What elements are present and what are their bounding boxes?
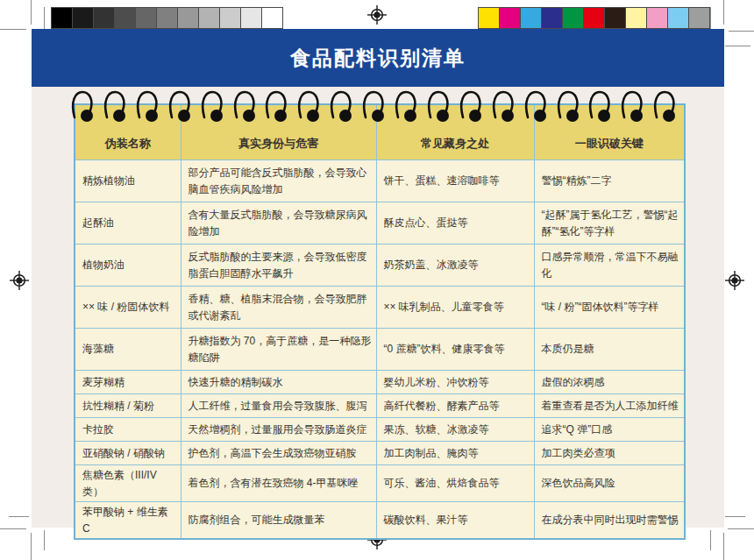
page-title: 食品配料识别清单	[32, 29, 724, 87]
cell-disguise-name: 海藻糖	[75, 329, 181, 371]
col-header-disguise: 伪装名称	[75, 104, 181, 160]
table-header-row: 伪装名称 真实身份与危害 常见藏身之处 一眼识破关键	[75, 104, 685, 160]
cell-identity: 反式脂肪酸的主要来源，会导致低密度脂蛋白胆固醇水平飙升	[181, 245, 376, 287]
cell-identity: 人工纤维，过量食用会导致腹胀、腹泻	[181, 394, 376, 418]
grayscale-swatch	[261, 7, 283, 29]
crop-mark	[728, 528, 754, 529]
color-swatch	[520, 7, 542, 29]
registration-mark-icon	[10, 271, 29, 290]
cell-disguise-name: 卡拉胶	[75, 418, 181, 442]
color-swatch	[541, 7, 563, 29]
print-proof-sheet: 食品配料识别清单 伪装名称 真实身份与危害 常见藏身之处 一眼识破关键 精炼植物…	[0, 0, 754, 560]
crop-mark	[723, 0, 724, 25]
cell-hiding: 果冻、软糖、冰激凌等	[376, 418, 534, 442]
crop-mark	[31, 533, 32, 560]
color-swatch	[499, 7, 521, 29]
cell-disguise-name: 苯甲酸钠 + 维生素 C	[75, 502, 181, 540]
cell-hiding: 饼干、蛋糕、速溶咖啡等	[376, 160, 534, 202]
cell-hiding: 奶茶奶盖、冰激凌等	[376, 245, 534, 287]
cell-disguise-name: 植物奶油	[75, 245, 181, 287]
cell-identity: 含有大量反式脂肪酸，会导致糖尿病风险增加	[181, 202, 376, 245]
cell-identity: 防腐剂组合，可能生成微量苯	[181, 502, 376, 540]
grayscale-swatch	[198, 7, 220, 29]
grayscale-calibration-bar	[51, 7, 282, 29]
cell-key: 在成分表中同时出现时需警惕	[534, 502, 685, 540]
crop-mark	[31, 0, 32, 25]
title-banner: 食品配料识别清单	[32, 29, 724, 87]
cell-identity: 天然增稠剂，过量服用会导致肠道炎症	[181, 418, 376, 442]
grayscale-swatch	[93, 7, 115, 29]
crop-mark	[723, 533, 724, 560]
table-row: 植物奶油 反式脂肪酸的主要来源，会导致低密度脂蛋白胆固醇水平飙升 奶茶奶盖、冰激…	[75, 245, 685, 287]
cell-disguise-name: 麦芽糊精	[75, 371, 181, 394]
cell-key: 警惕“精炼”二字	[534, 160, 685, 202]
color-calibration-bar	[478, 7, 709, 29]
table-row: 麦芽糊精 快速升糖的精制碳水 婴幼儿米粉、冲饮粉等 虚假的浓稠感	[75, 371, 685, 394]
registration-mark-icon	[367, 5, 387, 25]
color-swatch	[562, 7, 584, 29]
color-swatch	[688, 7, 710, 29]
grayscale-swatch	[240, 7, 262, 29]
grayscale-swatch	[51, 7, 73, 29]
table-row: ×× 味 / 粉固体饮料 香精、糖、植脂末混合物，会导致肥胖或代谢紊乱 ×× 味…	[75, 287, 685, 329]
cell-hiding: “0 蔗糖”饮料、健康零食等	[376, 329, 534, 371]
table-row: 苯甲酸钠 + 维生素 C 防腐剂组合，可能生成微量苯 碳酸饮料、果汁等 在成分表…	[75, 502, 685, 540]
cell-identity: 香精、糖、植脂末混合物，会导致肥胖或代谢紊乱	[181, 287, 376, 329]
crop-mark	[725, 516, 745, 517]
grayscale-swatch	[177, 7, 199, 29]
cell-identity: 着色剂，含有潜在致癌物 4-甲基咪唑	[181, 465, 376, 502]
crop-mark	[44, 530, 45, 550]
crop-mark	[710, 7, 711, 29]
cell-key: 着重查看是否为人工添加纤维	[534, 394, 685, 418]
cell-disguise-name: 精炼植物油	[75, 160, 181, 202]
crop-mark	[9, 516, 29, 517]
cell-key: 口感异常顺滑，常温下不易融化	[534, 245, 685, 287]
table-row: 焦糖色素（III/IV 类） 着色剂，含有潜在致癌物 4-甲基咪唑 可乐、酱油、…	[75, 465, 685, 502]
crop-mark	[0, 528, 26, 529]
ingredient-table-sheet: 伪装名称 真实身份与危害 常见藏身之处 一眼识破关键 精炼植物油 部分产品可能含…	[74, 103, 684, 540]
cell-hiding: 婴幼儿米粉、冲饮粉等	[376, 371, 534, 394]
cell-disguise-name: 抗性糊精 / 菊粉	[75, 394, 181, 418]
ingredient-table: 伪装名称 真实身份与危害 常见藏身之处 一眼识破关键 精炼植物油 部分产品可能含…	[74, 103, 686, 540]
cell-hiding: 可乐、酱油、烘焙食品等	[376, 465, 534, 502]
cell-disguise-name: ×× 味 / 粉固体饮料	[75, 287, 181, 329]
color-swatch	[646, 7, 668, 29]
cell-disguise-name: 亚硝酸钠 / 硝酸钠	[75, 442, 181, 465]
cell-key: 虚假的浓稠感	[534, 371, 685, 394]
table-row: 起酥油 含有大量反式脂肪酸，会导致糖尿病风险增加 酥皮点心、蛋挞等 “起酥”属于…	[75, 202, 685, 245]
registration-mark-icon	[725, 271, 744, 290]
cell-identity: 护色剂，高温下会生成致癌物亚硝胺	[181, 442, 376, 465]
color-swatch	[667, 7, 689, 29]
grayscale-swatch	[156, 7, 178, 29]
crop-mark	[725, 46, 750, 46]
cell-key: “起酥”属于氢化工艺，警惕“起酥”“氢化”等字样	[534, 202, 685, 245]
cell-key: 追求“Q 弹”口感	[534, 418, 685, 442]
cell-identity: 部分产品可能含反式脂肪酸，会导致心脑血管疾病风险增加	[181, 160, 376, 202]
grayscale-swatch	[72, 7, 94, 29]
col-header-hiding: 常见藏身之处	[376, 104, 534, 160]
cell-key: 加工肉类必查项	[534, 442, 685, 465]
crop-mark	[44, 7, 45, 29]
cell-key: “味 / 粉”“固体饮料”等字样	[534, 287, 685, 329]
cell-hiding: 碳酸饮料、果汁等	[376, 502, 534, 540]
color-swatch	[604, 7, 626, 29]
cell-disguise-name: 焦糖色素（III/IV 类）	[75, 465, 181, 502]
table-row: 亚硝酸钠 / 硝酸钠 护色剂，高温下会生成致癌物亚硝胺 加工肉制品、腌肉等 加工…	[75, 442, 685, 465]
color-swatch	[583, 7, 605, 29]
table-row: 抗性糊精 / 菊粉 人工纤维，过量食用会导致腹胀、腹泻 高纤代餐粉、酵素产品等 …	[75, 394, 685, 418]
col-header-identity: 真实身份与危害	[181, 104, 376, 160]
table-row: 精炼植物油 部分产品可能含反式脂肪酸，会导致心脑血管疾病风险增加 饼干、蛋糕、速…	[75, 160, 685, 202]
cell-hiding: 高纤代餐粉、酵素产品等	[376, 394, 534, 418]
cell-hiding: 酥皮点心、蛋挞等	[376, 202, 534, 245]
cell-hiding: ×× 味乳制品、儿童零食等	[376, 287, 534, 329]
crop-mark	[710, 530, 711, 550]
table-row: 海藻糖 升糖指数为 70，高于蔗糖，是一种隐形糖陷阱 “0 蔗糖”饮料、健康零食…	[75, 329, 685, 371]
cell-key: 深色饮品高风险	[534, 465, 685, 502]
cell-key: 本质仍是糖	[534, 329, 685, 371]
table-row: 卡拉胶 天然增稠剂，过量服用会导致肠道炎症 果冻、软糖、冰激凌等 追求“Q 弹”…	[75, 418, 685, 442]
color-swatch	[478, 7, 500, 29]
cell-disguise-name: 起酥油	[75, 202, 181, 245]
cell-identity: 升糖指数为 70，高于蔗糖，是一种隐形糖陷阱	[181, 329, 376, 371]
cell-hiding: 加工肉制品、腌肉等	[376, 442, 534, 465]
grayscale-swatch	[135, 7, 157, 29]
